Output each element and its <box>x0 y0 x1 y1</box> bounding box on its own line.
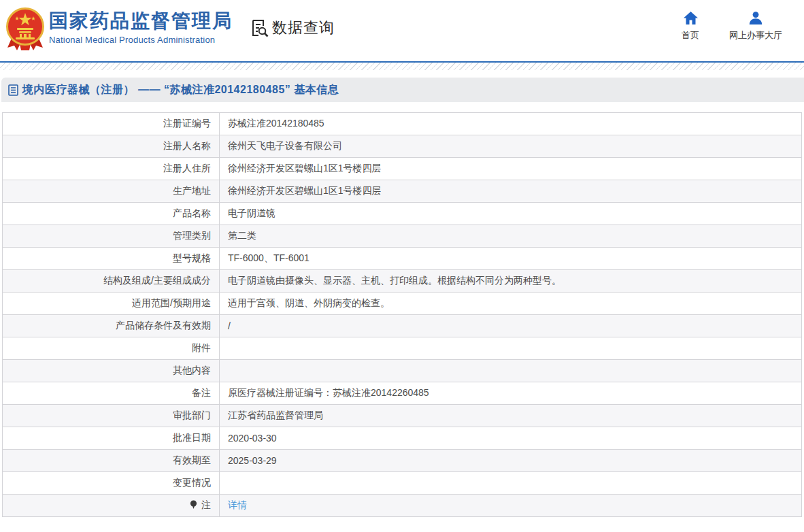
row-label: 注册证编号 <box>3 113 220 135</box>
row-value <box>220 472 802 495</box>
row-value: 徐州经济开发区碧螺山1区1号楼四层 <box>220 180 802 203</box>
table-row: 适用范围/预期用途 适用于宫颈、阴道、外阴病变的检查。 <box>3 293 802 315</box>
row-label: 生产地址 <box>3 180 220 203</box>
row-label: 注册人住所 <box>3 158 220 180</box>
row-value: / <box>220 315 802 337</box>
row-label: 审批部门 <box>3 405 220 427</box>
row-value: 电子阴道镜由摄像头、显示器、主机、打印组成。根据结构不同分为两种型号。 <box>220 270 802 293</box>
org-name-en: National Medical Products Administration <box>49 35 233 45</box>
table-row: 注册人住所 徐州经济开发区碧螺山1区1号楼四层 <box>3 158 802 180</box>
row-label: 注册人名称 <box>3 135 220 158</box>
bulb-icon <box>190 500 197 512</box>
row-label: 产品名称 <box>3 203 220 225</box>
row-label-text: 注册证编号 <box>163 118 211 129</box>
row-label-text: 注 <box>201 499 211 510</box>
row-label: 注 <box>3 495 220 517</box>
table-row: 注 详情 <box>3 495 802 517</box>
table-row: 管理类别 第二类 <box>3 225 802 248</box>
row-label-text: 产品储存条件及有效期 <box>116 320 211 331</box>
row-label: 变更情况 <box>3 472 220 495</box>
table-row: 变更情况 <box>3 472 802 495</box>
org-name-zh: 国家药品监督管理局 <box>49 11 233 32</box>
row-value: 适用于宫颈、阴道、外阴病变的检查。 <box>220 293 802 315</box>
table-row: 审批部门 江苏省药品监督管理局 <box>3 405 802 427</box>
data-query-label: 数据查询 <box>272 18 335 38</box>
row-label: 有效期至 <box>3 450 220 472</box>
row-label: 其他内容 <box>3 360 220 382</box>
row-value <box>220 360 802 382</box>
row-value: 第二类 <box>220 225 802 248</box>
row-label-text: 适用范围/预期用途 <box>132 297 211 308</box>
page-title: 境内医疗器械（注册） —— “苏械注准20142180485” 基本信息 <box>22 83 339 97</box>
top-nav: 首页 网上办事大厅 <box>682 12 782 41</box>
row-label-text: 产品名称 <box>173 207 211 218</box>
user-icon <box>749 12 763 24</box>
site-header: 国家药品监督管理局 National Medical Products Admi… <box>0 0 804 61</box>
row-label-text: 附件 <box>192 342 211 353</box>
row-label-text: 有效期至 <box>173 454 211 465</box>
table-row: 生产地址 徐州经济开发区碧螺山1区1号楼四层 <box>3 180 802 203</box>
table-row: 其他内容 <box>3 360 802 382</box>
document-icon <box>8 84 18 96</box>
org-title-block: 国家药品监督管理局 National Medical Products Admi… <box>49 11 233 45</box>
row-label-text: 批准日期 <box>173 432 211 443</box>
row-label-text: 型号规格 <box>173 252 211 263</box>
nav-home-label: 首页 <box>682 29 699 41</box>
table-row: 结构及组成/主要组成成分 电子阴道镜由摄像头、显示器、主机、打印组成。根据结构不… <box>3 270 802 293</box>
row-label-text: 结构及组成/主要组成成分 <box>103 275 211 286</box>
row-value: 2020-03-30 <box>220 427 802 450</box>
row-value: 原医疗器械注册证编号：苏械注准20142260485 <box>220 382 802 405</box>
data-query-title: 数据查询 <box>250 18 335 38</box>
row-label: 适用范围/预期用途 <box>3 293 220 315</box>
row-label: 型号规格 <box>3 248 220 270</box>
row-label-text: 生产地址 <box>173 185 211 196</box>
table-row: 有效期至 2025-03-29 <box>3 450 802 472</box>
detail-link[interactable]: 详情 <box>228 499 247 510</box>
row-label-text: 管理类别 <box>173 230 211 241</box>
row-label-text: 注册人住所 <box>163 163 211 173</box>
table-row: 备注 原医疗器械注册证编号：苏械注准20142260485 <box>3 382 802 405</box>
table-row: 注册人名称 徐州天飞电子设备有限公司 <box>3 135 802 158</box>
table-row: 产品储存条件及有效期 / <box>3 315 802 337</box>
row-value: TF-6000、TF-6001 <box>220 248 802 270</box>
row-value: 电子阴道镜 <box>220 203 802 225</box>
row-label: 管理类别 <box>3 225 220 248</box>
row-label-text: 备注 <box>192 387 211 398</box>
row-label: 批准日期 <box>3 427 220 450</box>
row-value: 详情 <box>220 495 802 517</box>
row-value: 2025-03-29 <box>220 450 802 472</box>
breadcrumb: 境内医疗器械（注册） —— “苏械注准20142180485” 基本信息 <box>1 78 804 102</box>
table-row: 附件 <box>3 337 802 360</box>
row-label-text: 注册人名称 <box>163 140 211 151</box>
row-value: 徐州天飞电子设备有限公司 <box>220 135 802 158</box>
doc-search-icon <box>250 19 269 37</box>
registration-info-table: 注册证编号 苏械注准20142180485 注册人名称 徐州天飞电子设备有限公司… <box>2 112 802 517</box>
row-label: 结构及组成/主要组成成分 <box>3 270 220 293</box>
table-row: 型号规格 TF-6000、TF-6001 <box>3 248 802 270</box>
nav-service-hall[interactable]: 网上办事大厅 <box>729 12 782 41</box>
row-value: 江苏省药品监督管理局 <box>220 405 802 427</box>
nav-home[interactable]: 首页 <box>682 12 699 41</box>
table-row: 批准日期 2020-03-30 <box>3 427 802 450</box>
row-label: 备注 <box>3 382 220 405</box>
row-value: 徐州经济开发区碧螺山1区1号楼四层 <box>220 158 802 180</box>
national-emblem-logo <box>5 7 45 53</box>
row-value: 苏械注准20142180485 <box>220 113 802 135</box>
row-label-text: 变更情况 <box>173 477 211 488</box>
table-row: 注册证编号 苏械注准20142180485 <box>3 113 802 135</box>
info-table-body: 注册证编号 苏械注准20142180485 注册人名称 徐州天飞电子设备有限公司… <box>3 113 802 517</box>
row-label-text: 其他内容 <box>173 365 211 376</box>
row-value <box>220 337 802 360</box>
table-row: 产品名称 电子阴道镜 <box>3 203 802 225</box>
row-label: 产品储存条件及有效期 <box>3 315 220 337</box>
home-icon <box>684 12 698 24</box>
nav-service-hall-label: 网上办事大厅 <box>729 29 782 41</box>
hatch-stripe-band <box>0 63 804 70</box>
row-label-text: 审批部门 <box>173 410 211 420</box>
row-label: 附件 <box>3 337 220 360</box>
